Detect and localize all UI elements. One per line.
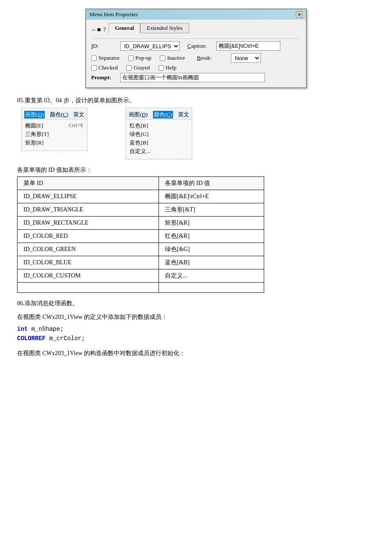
prompt-row: Prompt: bbox=[91, 73, 301, 82]
separator-checkbox[interactable]: Separator bbox=[91, 55, 120, 61]
table-cell-3-1: 红色[&R] bbox=[159, 230, 264, 243]
id-row: ID: ID_DRAW_ELLIPSE Caption: bbox=[91, 41, 301, 51]
menu-item-custom[interactable]: 自定义... bbox=[130, 147, 188, 156]
table-header-id: 菜单 ID bbox=[17, 177, 159, 190]
code-int-var: m_nShape; bbox=[28, 326, 63, 332]
break-label: Break: bbox=[197, 55, 222, 61]
code-line-2: COLORREF m_crColor; bbox=[17, 334, 375, 343]
left-header-english[interactable]: 英文 bbox=[73, 111, 84, 119]
tab-bar: General Extended Styles bbox=[109, 23, 189, 33]
dialog-title: Menu Item Properties bbox=[89, 11, 138, 18]
right-menu-header: 画图(D) 颜色(C) 英文 bbox=[126, 110, 191, 120]
left-menu-box: 画图(D) 颜色(C) 英文 椭圆[E] Ctrl+E 三角形[T] 矩形[R] bbox=[21, 108, 87, 151]
table-row: ID_COLOR_GREEN绿色[&G] bbox=[17, 243, 264, 256]
help-checkbox[interactable]: Help bbox=[159, 64, 176, 71]
table-row: ID_DRAW_ELLIPSE椭圆[&E]\tCtrl+E bbox=[17, 190, 264, 203]
step06-text1: 06.添加消息处理函数。 bbox=[17, 300, 375, 307]
left-menu-items: 椭圆[E] Ctrl+E 三角形[T] 矩形[R] bbox=[22, 120, 87, 149]
id-label: ID: bbox=[91, 43, 117, 49]
grayed-checkbox[interactable]: Grayed bbox=[126, 64, 150, 71]
menu-item-triangle[interactable]: 三角形[T] bbox=[25, 130, 84, 139]
menu-item-properties-dialog: Menu Item Properties ✕ ←■ ? General Exte… bbox=[85, 9, 307, 88]
table-row bbox=[17, 283, 264, 293]
table-row: ID_COLOR_CUSTOM自定义... bbox=[17, 269, 264, 283]
table-cell-0-1: 椭圆[&E]\tCtrl+E bbox=[159, 190, 264, 203]
table-row: ID_DRAW_TRIANGLE三角形[&T] bbox=[17, 203, 264, 217]
menu-item-green[interactable]: 绿色[G] bbox=[130, 130, 188, 139]
table-cell-4-0: ID_COLOR_GREEN bbox=[17, 243, 159, 256]
table-cell-4-1: 绿色[&G] bbox=[159, 243, 264, 256]
code-block-members: int m_nShape; COLORREF m_crColor; bbox=[17, 324, 375, 344]
checked-checkbox[interactable]: Checked bbox=[91, 64, 118, 71]
caption-input[interactable] bbox=[216, 41, 280, 51]
help-icon: ? bbox=[103, 26, 106, 33]
table-cell-6-0: ID_COLOR_CUSTOM bbox=[17, 269, 159, 283]
menu-preview-area: 画图(D) 颜色(C) 英文 椭圆[E] Ctrl+E 三角形[T] 矩形[R] bbox=[17, 108, 375, 159]
right-header-active[interactable]: 颜色(C) bbox=[153, 111, 173, 119]
code-colorref-var: m_crColor; bbox=[46, 335, 85, 342]
table-row: ID_DRAW_RECTANGLE矩形[&R] bbox=[17, 217, 264, 230]
table-cell-5-0: ID_COLOR_BLUE bbox=[17, 256, 159, 269]
left-header-active[interactable]: 画图(D) bbox=[24, 111, 45, 119]
table-section-label: 各菜单项的 ID 值如表所示： bbox=[17, 166, 375, 174]
menu-item-ellipse[interactable]: 椭圆[E] Ctrl+E bbox=[25, 121, 84, 130]
table-row: ID_COLOR_BLUE蓝色[&B] bbox=[17, 256, 264, 269]
left-header-color[interactable]: 颜色(C) bbox=[50, 111, 68, 119]
right-menu-items: 红色[R] 绿色[G] 蓝色[B] 自定义... bbox=[126, 120, 191, 157]
table-cell-2-0: ID_DRAW_RECTANGLE bbox=[17, 217, 159, 230]
code-colorref-keyword: COLORREF bbox=[17, 335, 46, 342]
table-cell-1-1: 三角形[&T] bbox=[159, 203, 264, 217]
table-cell-5-1: 蓝色[&B] bbox=[159, 256, 264, 269]
table-row: ID_COLOR_RED红色[&R] bbox=[17, 230, 264, 243]
tab-general[interactable]: General bbox=[109, 23, 141, 33]
step06-text3: 在视图类 CWx203_1View 的构造函数中对数据成员进行初始化： bbox=[17, 350, 375, 357]
prompt-input[interactable] bbox=[120, 73, 265, 82]
table-cell-7-1 bbox=[159, 283, 264, 293]
table-cell-0-0: ID_DRAW_ELLIPSE bbox=[17, 190, 159, 203]
tab-extended-styles[interactable]: Extended Styles bbox=[140, 23, 189, 33]
code-int-keyword: int bbox=[17, 326, 28, 332]
menu-item-red[interactable]: 红色[R] bbox=[130, 121, 188, 130]
dialog-titlebar: Menu Item Properties ✕ bbox=[86, 9, 306, 20]
right-header-draw[interactable]: 画图(D) bbox=[129, 111, 147, 119]
table-cell-1-0: ID_DRAW_TRIANGLE bbox=[17, 203, 159, 217]
menu-preview-right: 画图(D) 颜色(C) 英文 红色[R] 绿色[G] 蓝色[B] 自定义... bbox=[126, 108, 192, 159]
table-cell-6-1: 自定义... bbox=[159, 269, 264, 283]
step06-text2: 在视图类 CWx203_1View 的定义中添加如下的数据成员： bbox=[17, 313, 375, 321]
menu-preview-left: 画图(D) 颜色(C) 英文 椭圆[E] Ctrl+E 三角形[T] 矩形[R] bbox=[21, 108, 87, 159]
menu-item-rectangle[interactable]: 矩形[R] bbox=[25, 139, 84, 147]
dialog-toolbar: ←■ ? General Extended Styles bbox=[91, 23, 301, 39]
table-cell-2-1: 矩形[&R] bbox=[159, 217, 264, 230]
caption-label: Caption: bbox=[187, 43, 213, 49]
checkbox-row-2: Checked Grayed Help bbox=[91, 64, 301, 71]
prompt-label: Prompt: bbox=[91, 74, 117, 81]
table-cell-7-0 bbox=[17, 283, 159, 293]
right-header-english[interactable]: 英文 bbox=[178, 111, 189, 119]
dialog-body: ←■ ? General Extended Styles ID: ID_DRAW… bbox=[86, 20, 306, 87]
dialog-close-button[interactable]: ✕ bbox=[296, 11, 303, 18]
right-menu-box: 画图(D) 颜色(C) 英文 红色[R] 绿色[G] 蓝色[B] 自定义... bbox=[126, 108, 192, 159]
code-line-1: int m_nShape; bbox=[17, 324, 375, 334]
id-table: 菜单 ID 各菜单项的 ID 值 ID_DRAW_ELLIPSE椭圆[&E]\t… bbox=[17, 176, 264, 293]
inactive-checkbox[interactable]: Inactive bbox=[160, 55, 185, 61]
step05-text: 05.重复第 03、04 步，设计的菜单如图所示。 bbox=[17, 97, 375, 104]
id-select[interactable]: ID_DRAW_ELLIPSE bbox=[120, 41, 180, 51]
popup-checkbox[interactable]: Pop-up bbox=[128, 55, 152, 61]
menu-item-blue[interactable]: 蓝色[B] bbox=[130, 139, 188, 147]
back-icon: ←■ bbox=[91, 26, 101, 33]
left-menu-header: 画图(D) 颜色(C) 英文 bbox=[22, 110, 87, 120]
break-select[interactable]: None bbox=[231, 53, 261, 63]
checkbox-row-1: Separator Pop-up Inactive Break: None bbox=[91, 53, 301, 63]
table-header-value: 各菜单项的 ID 值 bbox=[159, 177, 264, 190]
table-cell-3-0: ID_COLOR_RED bbox=[17, 230, 159, 243]
